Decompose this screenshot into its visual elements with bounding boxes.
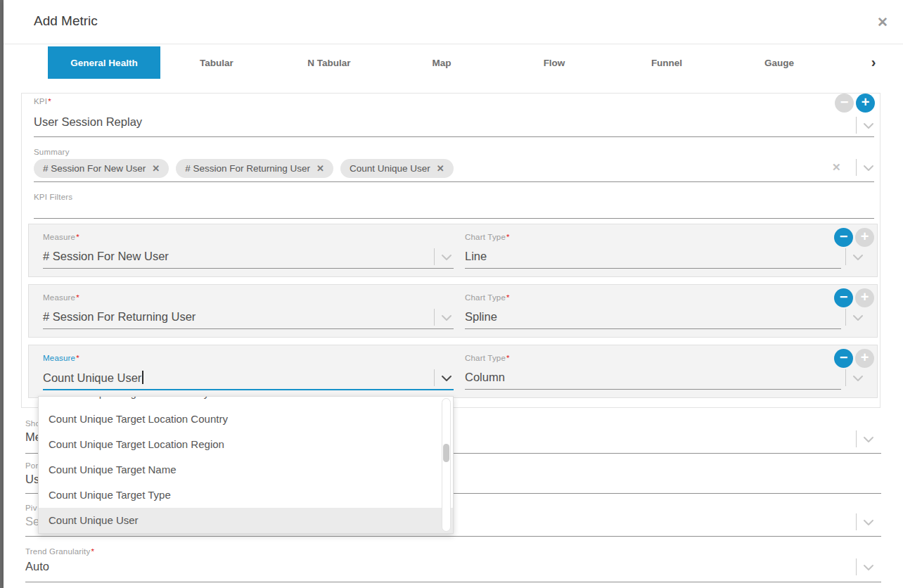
kpi-filters-underline[interactable] (34, 218, 874, 219)
pivot-field-divider (856, 513, 857, 530)
summary-label: Summary (34, 148, 70, 156)
kpi-filters-label: KPI Filters (34, 193, 72, 201)
required-asterisk: * (76, 233, 79, 241)
close-icon[interactable]: ✕ (873, 13, 892, 32)
chart-type-select-value[interactable]: Line (465, 250, 487, 263)
measure-search-input[interactable]: Count Unique User (43, 371, 143, 385)
measure-chevron-down-icon[interactable] (441, 254, 452, 261)
measure-input-text: Count Unique User (43, 371, 141, 384)
measure-select-value[interactable]: # Session For Returning User (43, 310, 196, 324)
measure-remove-button[interactable]: − (834, 228, 853, 247)
required-asterisk: * (506, 354, 510, 362)
chip-remove-icon[interactable]: ✕ (437, 163, 444, 174)
tab-flow[interactable]: Flow (498, 46, 610, 79)
trend-granularity-chevron-down-icon[interactable] (863, 564, 874, 571)
dropdown-option-clipped[interactable]: Count Unique Target Location City (39, 397, 453, 407)
chip-remove-icon[interactable]: ✕ (152, 163, 160, 174)
measure-row: Measure* # Session For New User Chart Ty… (28, 224, 878, 277)
trend-granularity-value[interactable]: Auto (25, 560, 49, 573)
tab-label: Funnel (651, 58, 682, 68)
summary-select-divider (856, 159, 857, 176)
dropdown-option[interactable]: Count Unique Target Location Country (39, 407, 453, 432)
trend-granularity-divider (856, 558, 857, 575)
chip-remove-icon[interactable]: ✕ (316, 163, 324, 174)
pivot-field-label: Piv (25, 504, 37, 512)
measure-add-button[interactable]: + (855, 288, 874, 307)
chip-label: # Session For Returning User (185, 163, 310, 174)
tab-general-health[interactable]: General Health (48, 46, 160, 79)
chart-type-select-divider (845, 309, 846, 326)
tabs-more-chevron-icon[interactable]: › (864, 52, 883, 73)
measure-select-value[interactable]: # Session For New User (43, 250, 169, 263)
chip-label: Count Unique User (350, 163, 430, 174)
dropdown-scrollbar-track[interactable] (442, 398, 451, 532)
tab-label: Flow (544, 58, 565, 68)
chart-type-label: Chart Type* (465, 354, 510, 362)
summary-underline (34, 181, 874, 182)
header-divider (4, 44, 903, 44)
kpi-select-value[interactable]: User Session Replay (34, 115, 142, 129)
summary-chip-list: # Session For New User✕ # Session For Re… (34, 159, 454, 178)
dropdown-option[interactable]: Count Unique Target Location Region (39, 432, 453, 457)
chart-type-label-text: Chart Type (465, 293, 506, 302)
tab-label: Tabular (200, 58, 233, 68)
summary-chip: # Session For Returning User✕ (176, 159, 333, 178)
tab-map[interactable]: Map (385, 46, 498, 79)
required-asterisk: * (506, 293, 510, 302)
measure-chevron-down-icon[interactable] (441, 314, 452, 321)
measure-label-text: Measure (43, 293, 75, 302)
measure-select-divider (434, 248, 435, 265)
kpi-remove-button[interactable]: − (835, 94, 854, 113)
dropdown-scrollbar-thumb[interactable] (443, 444, 449, 462)
measure-label: Measure* (43, 354, 79, 362)
tab-gauge[interactable]: Gauge (723, 46, 835, 79)
tab-tabular[interactable]: Tabular (160, 46, 273, 79)
show-field-chevron-down-icon[interactable] (863, 436, 874, 443)
dropdown-option-label: Count Unique Target Location City (49, 397, 453, 406)
dialog-title: Add Metric (34, 13, 98, 29)
measure-label-text: Measure (43, 354, 75, 362)
trend-granularity-label-text: Trend Granularity (25, 547, 90, 556)
tab-n-tabular[interactable]: N Tabular (273, 46, 385, 79)
tab-label: Map (433, 58, 452, 68)
dropdown-option-highlighted[interactable]: Count Unique User (39, 508, 453, 533)
chart-type-chevron-down-icon[interactable] (852, 375, 864, 382)
chart-type-select-value[interactable]: Column (465, 371, 505, 384)
summary-clear-icon[interactable]: ✕ (832, 161, 841, 174)
measure-label-text: Measure (43, 233, 75, 241)
add-metric-dialog: Add Metric ✕ General Health Tabular N Ta… (4, 0, 903, 588)
chart-type-label-text: Chart Type (465, 233, 506, 241)
kpi-add-button[interactable]: + (856, 94, 875, 113)
measure-remove-button[interactable]: − (834, 288, 853, 307)
summary-chevron-down-icon[interactable] (863, 165, 874, 172)
pivot-field-chevron-down-icon[interactable] (863, 519, 874, 526)
summary-chip: Count Unique User✕ (340, 159, 454, 178)
measure-select-divider (434, 369, 435, 386)
chart-type-underline (465, 268, 841, 269)
chart-type-underline (465, 328, 841, 329)
show-field-divider (856, 430, 857, 447)
chart-type-select-value[interactable]: Spline (465, 310, 497, 324)
chart-type-select-divider (845, 248, 846, 265)
chart-type-label-text: Chart Type (465, 354, 506, 362)
measure-remove-button[interactable]: − (834, 349, 853, 368)
measure-underline (43, 268, 454, 269)
measure-add-button[interactable]: + (855, 228, 874, 247)
text-cursor (142, 371, 143, 384)
chart-type-chevron-down-icon[interactable] (852, 254, 864, 261)
chip-label: # Session For New User (43, 163, 146, 174)
kpi-chevron-down-icon[interactable] (863, 122, 874, 129)
portfolio-field-label: Por (25, 461, 39, 470)
chart-type-chevron-down-icon[interactable] (852, 314, 864, 321)
measure-select-divider (434, 309, 435, 326)
measure-underline-focused (43, 389, 454, 390)
tab-label: General Health (70, 58, 137, 68)
kpi-label: KPI* (34, 97, 51, 106)
dropdown-option[interactable]: Count Unique Target Name (39, 457, 453, 482)
chart-type-label: Chart Type* (465, 233, 510, 241)
dropdown-options: Count Unique Target Location City Count … (39, 397, 453, 533)
dropdown-option[interactable]: Count Unique Target Type (39, 482, 453, 508)
measure-chevron-down-icon[interactable] (441, 375, 452, 382)
measure-add-button[interactable]: + (855, 349, 874, 368)
tab-funnel[interactable]: Funnel (610, 46, 723, 79)
